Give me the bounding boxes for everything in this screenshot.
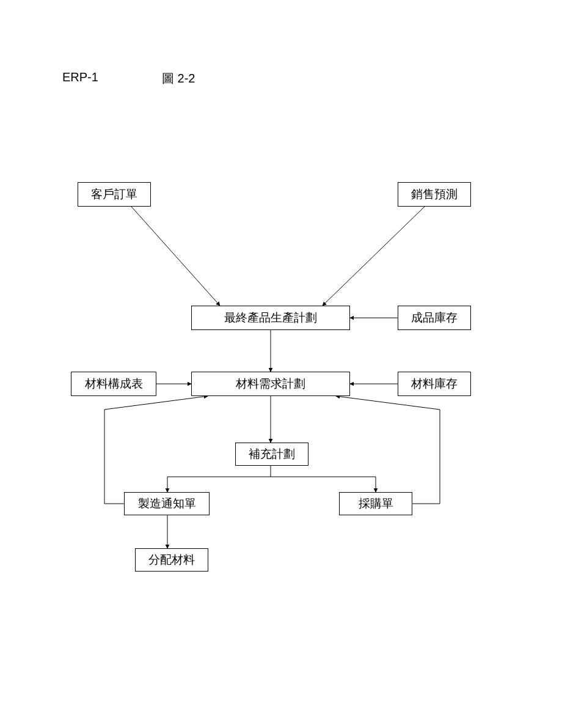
box-label: 材料庫存 [411,378,458,391]
box-po: 採購單 [339,492,412,515]
svg-line-1 [323,207,425,306]
box-label: 成品庫存 [411,312,458,325]
svg-line-0 [131,207,220,306]
box-label: 銷售預測 [411,188,458,201]
box-alloc: 分配材料 [135,548,208,572]
header-right: 圖 2-2 [162,70,195,87]
box-label: 材料構成表 [85,378,143,391]
box-label: 分配材料 [148,554,195,567]
box-final_plan: 最終產品生產計劃 [191,306,350,330]
box-mat_inventory: 材料庫存 [398,372,471,396]
diagram-page: ERP-1 圖 2-2 [0,0,562,728]
box-fg_inventory: 成品庫存 [398,306,471,330]
box-bom: 材料構成表 [71,372,156,396]
box-customer_order: 客戶訂單 [78,182,151,207]
box-sales_forecast: 銷售預測 [398,182,471,207]
arrows-layer [0,0,562,728]
header-left: ERP-1 [62,70,98,84]
box-label: 補充計劃 [249,448,295,461]
box-label: 材料需求計劃 [236,378,305,391]
box-label: 製造通知單 [138,498,196,510]
box-mrp: 材料需求計劃 [191,372,350,396]
box-replenish: 補充計劃 [235,443,308,466]
box-label: 最終產品生產計劃 [224,312,317,325]
box-label: 採購單 [359,498,393,510]
box-label: 客戶訂單 [91,188,137,201]
box-mo: 製造通知單 [124,492,210,515]
